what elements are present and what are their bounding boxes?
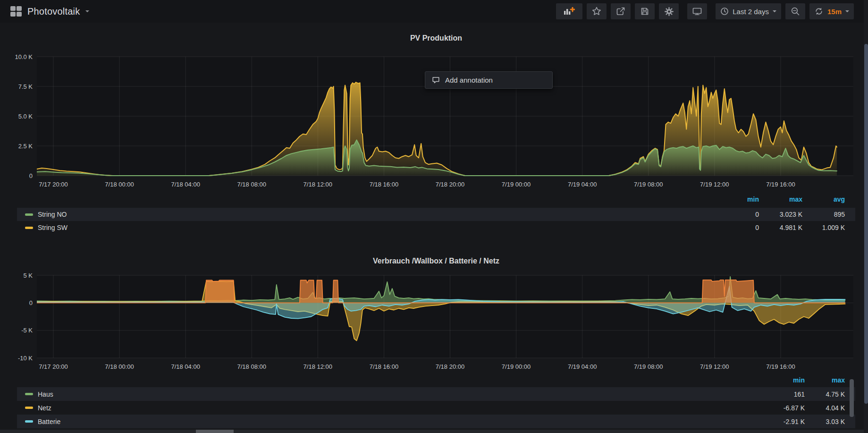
zoom-out-icon [791,7,800,16]
x-axis-tick-label: 7/17 20:00 [39,181,67,188]
gear-icon [664,7,674,17]
legend-value-avg: 895 [793,211,845,218]
y-axis-tick-label: 2.5 K [18,143,33,150]
y-axis-tick-label: 7.5 K [18,83,33,90]
x-axis-tick-label: 7/18 20:00 [436,363,464,370]
series-color-swatch-icon [25,227,33,229]
x-axis-tick-label: 7/19 08:00 [634,181,663,188]
vertical-scrollbar-thumb[interactable] [864,44,868,404]
series-color-swatch-icon [25,407,33,409]
legend-series-label: Batterie [38,418,60,425]
refresh-icon [814,7,824,16]
x-axis-tick-label: 7/19 04:00 [568,363,597,370]
panel-title-verbrauch[interactable]: Verbrauch /Wallbox / Batterie / Netz [17,257,855,265]
star-button[interactable] [587,3,607,19]
refresh-button[interactable]: 15m [809,3,854,19]
share-button[interactable] [611,3,631,19]
series-color-swatch-icon [25,213,33,216]
x-axis-tick-label: 7/18 04:00 [171,181,200,188]
legend-row-haus[interactable]: Haus1614.75 K [17,387,855,401]
settings-button[interactable] [659,3,679,19]
x-axis-tick-label: 7/19 08:00 [634,363,663,370]
clock-icon [720,7,729,16]
x-axis-tick-label: 7/18 04:00 [171,363,200,370]
legend-scrollbar-thumb[interactable] [850,379,854,417]
x-axis-tick-label: 7/18 08:00 [237,363,266,370]
monitor-icon [692,7,702,16]
x-axis-tick-label: 7/17 20:00 [39,363,67,370]
legend-column-header-max[interactable]: max [793,376,845,384]
x-axis-tick-label: 7/18 08:00 [237,181,266,188]
x-axis-tick-label: 7/18 00:00 [105,363,134,370]
x-axis-tick-label: 7/18 00:00 [105,181,134,188]
y-axis-tick-label: 0 [29,299,33,306]
zoom-out-button[interactable] [785,3,805,19]
legend-row-netz[interactable]: Netz-6.87 K4.04 K [17,401,855,415]
comment-bubble-icon [432,76,440,84]
legend-series-label: String NO [38,211,67,218]
time-range-picker[interactable]: Last 2 days [716,3,781,19]
x-axis-tick-label: 7/18 20:00 [436,181,464,188]
time-range-label: Last 2 days [733,8,769,16]
x-axis-tick-label: 7/19 00:00 [502,181,531,188]
legend-value-max: 4.04 K [793,404,845,412]
dashboard-title-caret-icon[interactable] [85,10,89,12]
panel-title-pv-produktion[interactable]: PV Produktion [17,34,855,42]
y-axis-tick-label: -10 K [18,355,33,362]
star-icon [592,7,601,16]
horizontal-scrollbar-thumb[interactable] [196,430,234,433]
y-axis-tick-label: 10.0 K [15,53,33,60]
add-annotation-label: Add annotation [445,76,493,84]
y-axis-tick-label: 5 K [23,272,33,279]
save-icon [640,7,649,16]
dashboard-title[interactable]: Photovoltaik [27,6,80,17]
navbar: Photovoltaik [0,0,868,23]
share-icon [616,7,625,16]
dashboard-grid-icon[interactable] [10,6,22,17]
x-axis-tick-label: 7/19 12:00 [700,363,729,370]
legend-column-header-avg[interactable]: avg [793,195,845,203]
legend-series-label: Haus [38,391,53,398]
save-button[interactable] [635,3,655,19]
legend-series-label: Netz [38,404,51,412]
x-axis-tick-label: 7/19 12:00 [700,181,729,188]
legend-row-string-sw[interactable]: String SW04.981 K1.009 K [17,221,855,234]
refresh-interval-label: 15m [827,8,842,16]
y-axis-tick-label: 5.0 K [18,113,33,120]
add-annotation-menu-item[interactable]: Add annotation [425,71,553,89]
legend-series-label: String SW [38,224,67,231]
verbrauch-chart-canvas[interactable]: 5 K0-5 K-10 K7/17 20:007/18 00:007/18 04… [0,272,868,374]
add-panel-button[interactable] [556,3,582,19]
cycle-view-button[interactable] [687,3,707,19]
x-axis-tick-label: 7/19 16:00 [766,363,795,370]
y-axis-tick-label: 0 [29,172,33,179]
x-axis-tick-label: 7/18 12:00 [303,181,332,188]
vertical-scrollbar-track[interactable] [864,0,868,433]
x-axis-tick-label: 7/18 12:00 [303,363,332,370]
legend-value-max: 3.03 K [793,418,845,425]
time-range-caret-icon [773,10,776,12]
refresh-interval-caret-icon[interactable] [845,10,849,12]
x-axis-tick-label: 7/18 16:00 [370,363,398,370]
legend-row-string-no[interactable]: String NO03.023 K895 [17,208,855,221]
legend-value-avg: 1.009 K [793,224,845,231]
x-axis-tick-label: 7/19 00:00 [502,363,531,370]
series-color-swatch-icon [25,420,33,423]
series-color-swatch-icon [25,393,33,395]
legend-value-max: 4.75 K [793,391,845,398]
x-axis-tick-label: 7/19 16:00 [766,181,795,188]
x-axis-tick-label: 7/18 16:00 [370,181,398,188]
horizontal-scrollbar-track[interactable] [0,430,868,433]
legend-row-batterie[interactable]: Batterie-2.91 K3.03 K [17,415,855,428]
grafana-dashboard: Photovoltaik [0,0,868,433]
y-axis-tick-label: -5 K [21,327,33,334]
x-axis-tick-label: 7/19 04:00 [568,181,597,188]
add-panel-icon [564,7,575,16]
